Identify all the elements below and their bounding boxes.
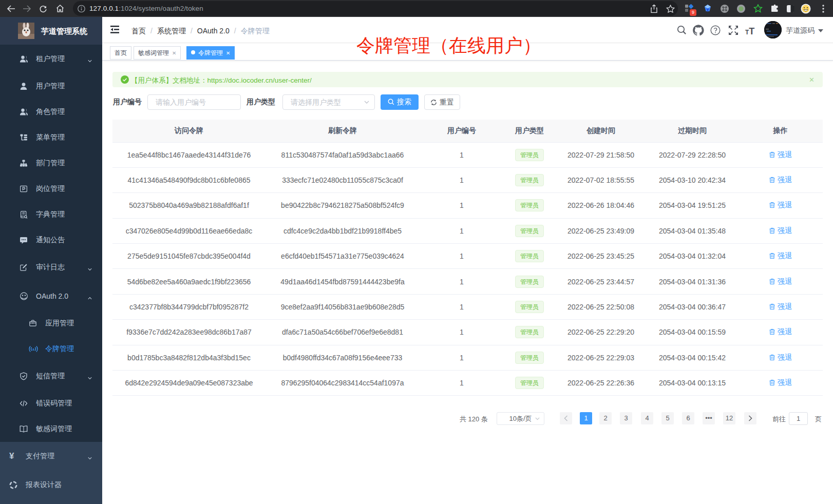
svg-text:a: a <box>32 347 34 351</box>
